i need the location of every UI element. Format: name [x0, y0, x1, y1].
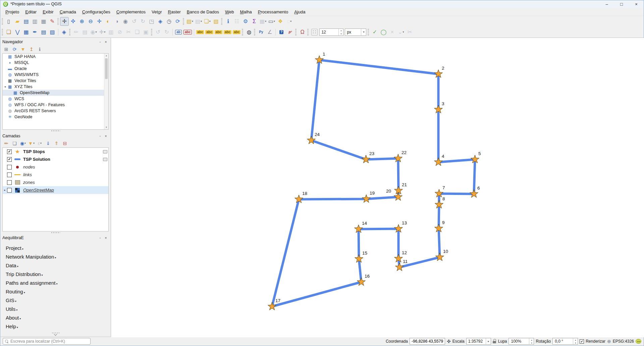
aequilibrae-panel-close-button[interactable]: ×: [103, 235, 109, 240]
browser-item-vector-tiles[interactable]: ▦Vector Tiles: [3, 78, 108, 84]
layer-links[interactable]: links: [3, 171, 108, 179]
scrollbar-track[interactable]: [104, 58, 108, 125]
toolbar-grip[interactable]: [69, 29, 70, 36]
aequilibrae-menu-gis[interactable]: GIS▾: [4, 296, 109, 304]
toolbar-grip[interactable]: [57, 18, 59, 25]
expand-all-layers-button[interactable]: ⇓: [44, 140, 52, 147]
tsp-stop-23[interactable]: [362, 155, 370, 163]
add-selected-layer-button[interactable]: ⊞: [2, 46, 10, 53]
collapse-all-layers-button[interactable]: ⇑: [53, 140, 60, 147]
aequilibrae-menu-project[interactable]: Project▾: [4, 244, 109, 252]
menu-raster[interactable]: Raster: [165, 8, 183, 15]
toolbar-grip[interactable]: [254, 29, 255, 36]
label-change-button[interactable]: abc: [232, 28, 241, 37]
label-highlight-button[interactable]: abc: [205, 28, 214, 37]
render-checkbox[interactable]: ✓: [580, 339, 584, 344]
browser-item-wms-wmts[interactable]: ◍WMS/WMTS: [3, 72, 108, 78]
data-source-manager-button[interactable]: ❏: [4, 28, 13, 37]
layer-diagram-button[interactable]: abc: [183, 28, 193, 37]
browser-item-wcs[interactable]: ◍WCS: [3, 96, 108, 102]
copy-features-button[interactable]: ❏▾: [203, 17, 212, 26]
aequilibrae-menu-trip-distribution[interactable]: Trip Distribution▾: [4, 270, 109, 278]
locator-search[interactable]: [3, 338, 91, 345]
menu-camada[interactable]: Camada: [57, 8, 79, 15]
scroll-up-icon[interactable]: ▲: [105, 54, 107, 58]
filter-browser-button[interactable]: ▼: [19, 46, 27, 53]
toolbar-grip[interactable]: [242, 29, 243, 36]
add-group-button[interactable]: ❏: [11, 140, 18, 147]
tsp-stop-16[interactable]: [357, 278, 366, 286]
coordinate-input[interactable]: [411, 339, 444, 344]
browser-item-geonode[interactable]: ✳GeoNode: [3, 114, 108, 120]
dropdown-arrow-icon[interactable]: ▾: [192, 20, 193, 23]
symbol-size-spinbox[interactable]: 12▴▾: [319, 28, 343, 36]
dropdown-arrow-icon[interactable]: ▾: [274, 20, 275, 23]
spin-down-icon[interactable]: ▾: [339, 32, 343, 36]
browser-item-sap-hana[interactable]: ▦SAP HANA: [3, 54, 108, 60]
symbol-unit-combobox[interactable]: px▾: [345, 28, 366, 36]
menu-configura-es[interactable]: Configurações: [79, 8, 113, 15]
manage-map-themes-button[interactable]: ◉▾: [19, 140, 27, 147]
zoom-to-selection-button[interactable]: ◐: [104, 17, 112, 26]
digitize-curve-button[interactable]: ◯: [379, 28, 388, 37]
aequilibrae-menu-utils[interactable]: Utils▾: [4, 304, 109, 313]
sum-statistics-button[interactable]: Σ: [250, 17, 259, 26]
tsp-stop-19[interactable]: [362, 195, 371, 203]
zoom-to-layer-button[interactable]: ◑: [112, 17, 121, 26]
toolbar-grip[interactable]: [183, 18, 184, 25]
menu-vetor[interactable]: Vetor: [149, 8, 165, 15]
add-mesh-layer-button[interactable]: ▤: [39, 28, 48, 37]
refresh-browser-button[interactable]: ⟳: [11, 46, 18, 53]
layer-checkbox[interactable]: [7, 180, 12, 185]
python-console-button[interactable]: Py: [257, 28, 265, 37]
locator-input[interactable]: [10, 339, 88, 344]
processing-toolbox-button[interactable]: ⚙: [241, 17, 250, 26]
layers-panel-close-button[interactable]: ×: [103, 134, 109, 139]
deselect-features-button[interactable]: ▧: [212, 17, 220, 26]
menu-processamento[interactable]: Processamento: [255, 8, 291, 15]
menu-editar[interactable]: Editar: [22, 8, 40, 15]
toolbar-grip[interactable]: [368, 29, 369, 36]
zoom-full-button[interactable]: ✛: [95, 17, 104, 26]
tree-expand-icon[interactable]: ▾: [3, 85, 7, 88]
enable-tracing-button[interactable]: ✓: [370, 28, 379, 37]
temporal-controller-button[interactable]: ◷: [165, 17, 173, 26]
new-3d-map-button[interactable]: ◳: [147, 17, 156, 26]
save-project-button[interactable]: ▤: [22, 17, 31, 26]
panel-splitter[interactable]: [0, 231, 111, 234]
open-layer-styling-button[interactable]: ✏: [2, 140, 10, 147]
layer-nodes[interactable]: nodes: [3, 163, 108, 171]
menu-exibir[interactable]: Exibir: [40, 8, 57, 15]
map-tips-button[interactable]: ❖: [276, 17, 285, 26]
layer-tsp-stops[interactable]: ✓★TSP Stops: [3, 148, 108, 155]
browser-item-oracle[interactable]: ▬Oracle: [3, 66, 108, 72]
dropdown-arrow-icon[interactable]: ▾: [24, 142, 26, 145]
browser-item-wfs-ogc-api-features[interactable]: ◍WFS / OGC API - Features: [3, 102, 108, 108]
help-contents-button[interactable]: ?: [277, 28, 286, 37]
zoom-native-button[interactable]: ◉: [121, 17, 130, 26]
toolbar-grip[interactable]: [151, 29, 152, 36]
new-print-layout-button[interactable]: ▥: [31, 17, 39, 26]
tsp-stop-11[interactable]: [395, 263, 404, 271]
chevron-down-icon[interactable]: ▾: [361, 29, 366, 36]
crs-label[interactable]: EPSG:4326: [613, 339, 634, 344]
restore-button[interactable]: □: [614, 0, 629, 8]
measure-button[interactable]: ▭▾: [267, 17, 276, 26]
filter-legend-button[interactable]: ▼▾: [28, 140, 35, 147]
spin-up-icon[interactable]: ▴: [529, 338, 534, 341]
collapse-all-browser-button[interactable]: ↥: [28, 46, 35, 53]
layers-panel-float-button[interactable]: ▫: [97, 134, 103, 139]
aequilibrae-menu-paths-and-assignment[interactable]: Paths and assignment▾: [4, 278, 109, 287]
browser-panel-close-button[interactable]: ×: [103, 40, 109, 45]
browser-item-mssql[interactable]: ◗MSSQL: [3, 60, 108, 66]
tsp-stop-4[interactable]: [434, 158, 443, 166]
aequilibrae-menu-data[interactable]: Data▾: [4, 261, 109, 270]
menu-malha[interactable]: Malha: [237, 8, 255, 15]
aequilibrae-panel-float-button[interactable]: ▫: [97, 235, 103, 240]
bookmarks-button[interactable]: ◈: [156, 17, 165, 26]
browser-item-xyz-tiles[interactable]: ▾▦XYZ Tiles: [3, 84, 108, 90]
rotation-spinbox[interactable]: 0,0 ° ▴▾: [552, 338, 578, 345]
refresh-map-button[interactable]: ⟳: [173, 17, 182, 26]
layer-checkbox[interactable]: [7, 165, 12, 169]
scale-combobox[interactable]: 1:35792 ▾: [466, 338, 491, 345]
